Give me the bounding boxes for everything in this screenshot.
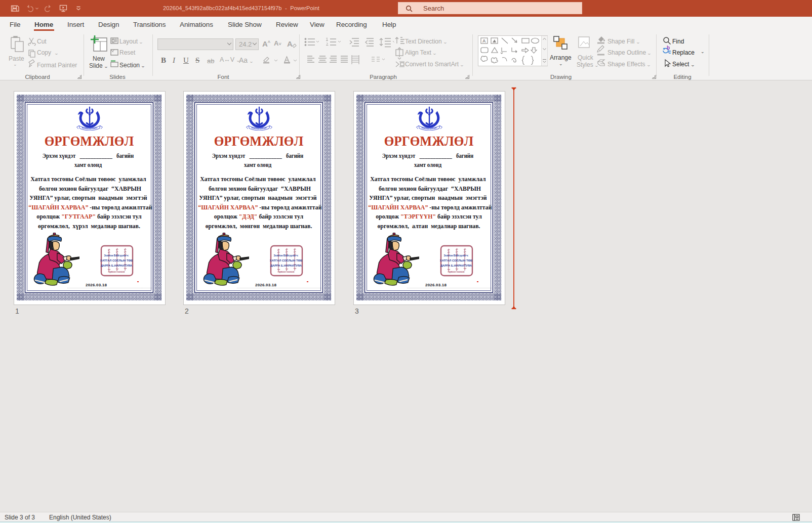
svg-text:Зохион Байгуулагч:: Зохион Байгуулагч: [104,254,129,257]
svg-text:РДЖ0001 5005008: РДЖ0001 5005008 [448,271,465,273]
svg-text:Зохион Байгуулагч:: Зохион Байгуулагч: [273,254,298,257]
svg-text:РДЖ0001 5005008: РДЖ0001 5005008 [108,271,125,273]
svg-text:ДАРГА Б.НАРАНТУЯА: ДАРГА Б.НАРАНТУЯА [101,264,133,267]
svg-text:Зохион Байгуулагч:: Зохион Байгуулагч: [443,254,468,257]
svg-text:ДАРГА Б.НАРАНТУЯА: ДАРГА Б.НАРАНТУЯА [440,264,472,267]
svg-text:ДАРГА Б.НАРАНТУЯА: ДАРГА Б.НАРАНТУЯА [270,264,302,267]
svg-text:A: A [482,38,486,43]
svg-text:ХАТГАЛ СОЁЛЫН ТӨВ: ХАТГАЛ СОЁЛЫН ТӨВ [100,259,133,262]
svg-text:ХАТГАЛ СОЁЛЫН ТӨВ: ХАТГАЛ СОЁЛЫН ТӨВ [440,259,472,262]
svg-text:ХАТГАЛ СОЁЛЫН ТӨВ: ХАТГАЛ СОЁЛЫН ТӨВ [270,259,302,262]
svg-text:РДЖ0001 5005008: РДЖ0001 5005008 [278,271,295,273]
svg-text:c: c [668,49,671,55]
